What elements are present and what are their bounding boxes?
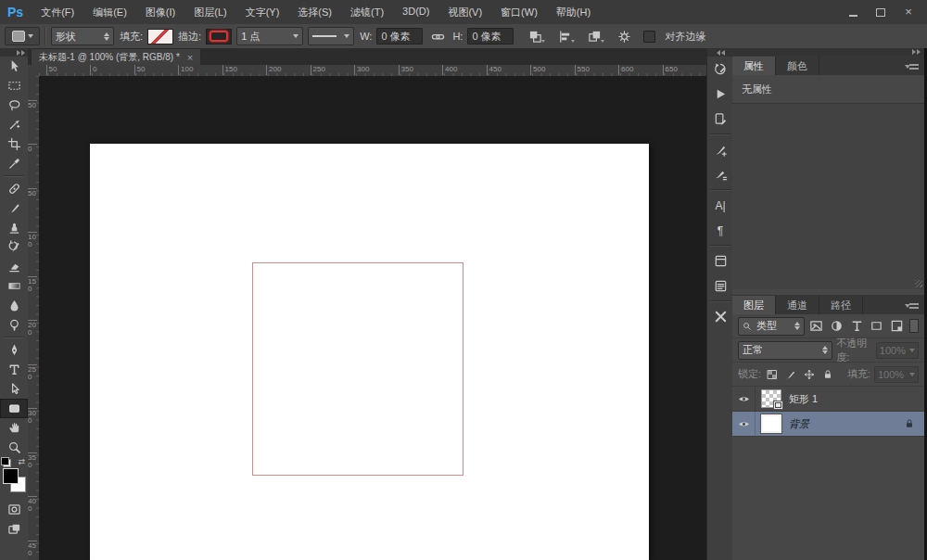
align-edges-checkbox[interactable]: [643, 31, 655, 43]
quick-mask-button[interactable]: [0, 500, 28, 519]
brush-tool[interactable]: [0, 198, 28, 218]
blur-tool[interactable]: [0, 296, 28, 315]
lock-all-icon[interactable]: [820, 367, 835, 382]
notes-panel-icon[interactable]: [707, 304, 733, 329]
tab-color[interactable]: 颜色: [776, 57, 819, 75]
lock-transparency-icon[interactable]: [765, 367, 780, 382]
stroke-type-select[interactable]: [308, 27, 354, 45]
stroke-swatch[interactable]: [206, 29, 232, 45]
tab-channels[interactable]: 通道: [776, 296, 819, 314]
menu-item[interactable]: 视图(V): [439, 2, 490, 23]
menu-item[interactable]: 选择(S): [289, 2, 340, 23]
menu-item[interactable]: 3D(D): [394, 2, 438, 23]
character-panel-icon[interactable]: A|: [707, 193, 733, 218]
visibility-eye-icon[interactable]: [732, 387, 756, 411]
filter-pixel-layers-icon[interactable]: [808, 318, 825, 334]
blend-mode-select[interactable]: 正常: [738, 341, 832, 360]
canvas[interactable]: [90, 144, 649, 560]
actions-panel-icon[interactable]: [707, 82, 733, 107]
link-dimensions-icon[interactable]: [427, 28, 448, 45]
lasso-tool[interactable]: [0, 95, 28, 115]
layer-thumbnail[interactable]: [761, 389, 781, 408]
path-selection-tool[interactable]: [0, 379, 28, 399]
path-operations-icon[interactable]: [525, 28, 545, 45]
close-icon[interactable]: ×: [895, 4, 921, 20]
close-document-icon[interactable]: ×: [187, 52, 193, 63]
menu-item[interactable]: 窗口(W): [492, 2, 546, 23]
layer-name[interactable]: 背景: [789, 417, 809, 431]
spot-healing-brush-tool[interactable]: [0, 179, 28, 198]
tool-mode-select[interactable]: 形状: [51, 27, 114, 45]
default-colors-icon[interactable]: [3, 459, 11, 467]
ruler-label: 0: [90, 65, 96, 75]
width-field[interactable]: 0 像素: [376, 28, 423, 45]
move-tool[interactable]: [0, 57, 28, 76]
menu-item[interactable]: 文件(F): [32, 2, 83, 23]
quick-selection-tool[interactable]: [0, 115, 28, 134]
panel-resize-grip[interactable]: [915, 280, 922, 287]
rectangular-marquee-tool[interactable]: [0, 76, 28, 95]
menu-item[interactable]: 帮助(H): [548, 2, 599, 23]
menu-item[interactable]: 文字(Y): [237, 2, 288, 23]
document-tab[interactable]: 未标题-1 @ 100% (背景, RGB/8) * ×: [31, 48, 201, 66]
screen-mode-button[interactable]: [0, 519, 28, 539]
tab-paths[interactable]: 路径: [819, 296, 863, 314]
brush-panel-icon[interactable]: [707, 137, 733, 162]
properties-panel-menu-icon[interactable]: [906, 63, 919, 70]
filter-adjustment-layers-icon[interactable]: [829, 318, 845, 334]
layers-panel-menu-icon[interactable]: [906, 302, 919, 310]
clone-stamp-tool[interactable]: [0, 218, 28, 237]
history-brush-tool[interactable]: [0, 237, 28, 257]
rectangle-tool[interactable]: [0, 399, 28, 418]
eyedropper-tool[interactable]: [0, 154, 28, 173]
layer-name[interactable]: 矩形 1: [789, 392, 818, 406]
eraser-tool[interactable]: [0, 257, 28, 276]
collapse-tools-icon[interactable]: [0, 48, 28, 57]
filter-type-layers-icon[interactable]: [848, 318, 865, 334]
gear-icon[interactable]: [614, 28, 634, 45]
maximize-icon[interactable]: [868, 4, 894, 20]
path-alignment-icon[interactable]: [554, 28, 575, 45]
brush-presets-panel-icon[interactable]: [707, 162, 733, 187]
hand-tool[interactable]: [0, 418, 28, 438]
minimize-icon[interactable]: [840, 4, 866, 20]
filter-type-select[interactable]: 类型: [738, 317, 805, 336]
menu-item[interactable]: 图层(L): [185, 2, 235, 23]
tab-layers[interactable]: 图层: [732, 296, 776, 314]
fill-field[interactable]: 100%: [874, 366, 919, 383]
gradient-tool[interactable]: [0, 276, 28, 296]
filter-smart-objects-icon[interactable]: [889, 318, 906, 334]
paragraph-styles-panel-icon[interactable]: [707, 274, 733, 299]
filter-shape-layers-icon[interactable]: [869, 318, 885, 334]
lock-pixels-icon[interactable]: [783, 367, 798, 382]
layer-row-rectangle-1[interactable]: 矩形 1: [732, 387, 924, 412]
lock-position-icon[interactable]: [802, 367, 817, 382]
layer-row-background[interactable]: 背景: [732, 412, 924, 437]
path-arrangement-icon[interactable]: [584, 28, 604, 45]
tool-preset-icon[interactable]: [5, 27, 40, 45]
menu-item[interactable]: 图像(I): [137, 2, 184, 23]
layer-thumbnail[interactable]: [761, 414, 781, 433]
height-field[interactable]: 0 像素: [467, 28, 514, 45]
type-tool[interactable]: [0, 360, 28, 379]
swap-colors-icon[interactable]: ⇄: [18, 457, 25, 466]
tab-properties[interactable]: 属性: [732, 57, 776, 75]
dodge-tool[interactable]: [0, 315, 28, 335]
stroke-width-select[interactable]: 1 点: [236, 27, 303, 45]
collapse-panels-icon[interactable]: [732, 48, 924, 56]
foreground-color-swatch[interactable]: [3, 468, 19, 484]
expand-dock-icon[interactable]: [707, 48, 733, 57]
zoom-tool[interactable]: [0, 438, 28, 457]
paragraph-panel-icon[interactable]: ¶: [707, 218, 733, 243]
pen-tool[interactable]: [0, 340, 28, 360]
filter-toggle-switch[interactable]: [909, 319, 919, 333]
character-styles-panel-icon[interactable]: [707, 248, 733, 274]
history-panel-icon[interactable]: [707, 57, 733, 82]
visibility-eye-icon[interactable]: [732, 412, 756, 436]
menu-item[interactable]: 滤镜(T): [342, 2, 392, 23]
fill-swatch[interactable]: [147, 29, 173, 45]
crop-tool[interactable]: [0, 134, 28, 154]
opacity-field[interactable]: 100%: [876, 342, 919, 359]
menu-item[interactable]: 编辑(E): [84, 2, 135, 23]
tool-presets-panel-icon[interactable]: [707, 107, 733, 132]
